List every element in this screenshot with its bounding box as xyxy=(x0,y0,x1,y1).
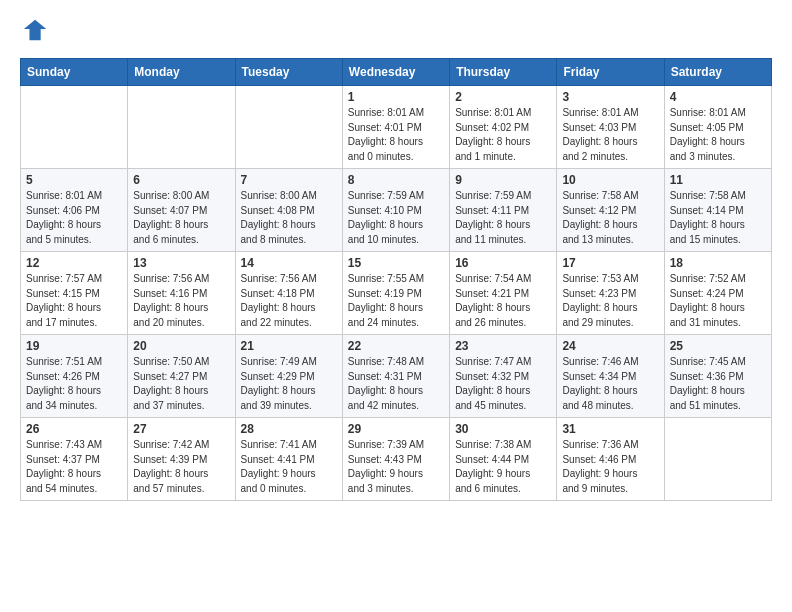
day-number: 16 xyxy=(455,256,551,270)
day-number: 15 xyxy=(348,256,444,270)
day-number: 31 xyxy=(562,422,658,436)
svg-marker-0 xyxy=(24,20,46,41)
day-number: 23 xyxy=(455,339,551,353)
day-number: 5 xyxy=(26,173,122,187)
calendar-cell: 26Sunrise: 7:43 AM Sunset: 4:37 PM Dayli… xyxy=(21,418,128,501)
calendar-cell: 30Sunrise: 7:38 AM Sunset: 4:44 PM Dayli… xyxy=(450,418,557,501)
day-info: Sunrise: 7:53 AM Sunset: 4:23 PM Dayligh… xyxy=(562,272,658,330)
calendar-week-row: 5Sunrise: 8:01 AM Sunset: 4:06 PM Daylig… xyxy=(21,169,772,252)
day-info: Sunrise: 7:51 AM Sunset: 4:26 PM Dayligh… xyxy=(26,355,122,413)
calendar-cell: 31Sunrise: 7:36 AM Sunset: 4:46 PM Dayli… xyxy=(557,418,664,501)
day-info: Sunrise: 7:43 AM Sunset: 4:37 PM Dayligh… xyxy=(26,438,122,496)
weekday-header: Sunday xyxy=(21,59,128,86)
calendar-cell xyxy=(664,418,771,501)
calendar-cell: 23Sunrise: 7:47 AM Sunset: 4:32 PM Dayli… xyxy=(450,335,557,418)
day-number: 30 xyxy=(455,422,551,436)
day-info: Sunrise: 8:01 AM Sunset: 4:01 PM Dayligh… xyxy=(348,106,444,164)
day-number: 12 xyxy=(26,256,122,270)
weekday-header: Wednesday xyxy=(342,59,449,86)
day-info: Sunrise: 7:39 AM Sunset: 4:43 PM Dayligh… xyxy=(348,438,444,496)
calendar-cell: 14Sunrise: 7:56 AM Sunset: 4:18 PM Dayli… xyxy=(235,252,342,335)
day-number: 3 xyxy=(562,90,658,104)
calendar-cell: 8Sunrise: 7:59 AM Sunset: 4:10 PM Daylig… xyxy=(342,169,449,252)
calendar-cell: 19Sunrise: 7:51 AM Sunset: 4:26 PM Dayli… xyxy=(21,335,128,418)
day-number: 7 xyxy=(241,173,337,187)
calendar-cell: 22Sunrise: 7:48 AM Sunset: 4:31 PM Dayli… xyxy=(342,335,449,418)
calendar-cell: 5Sunrise: 8:01 AM Sunset: 4:06 PM Daylig… xyxy=(21,169,128,252)
day-info: Sunrise: 8:01 AM Sunset: 4:05 PM Dayligh… xyxy=(670,106,766,164)
day-number: 19 xyxy=(26,339,122,353)
day-number: 14 xyxy=(241,256,337,270)
calendar-cell: 17Sunrise: 7:53 AM Sunset: 4:23 PM Dayli… xyxy=(557,252,664,335)
day-info: Sunrise: 8:00 AM Sunset: 4:08 PM Dayligh… xyxy=(241,189,337,247)
calendar-cell: 6Sunrise: 8:00 AM Sunset: 4:07 PM Daylig… xyxy=(128,169,235,252)
day-info: Sunrise: 7:50 AM Sunset: 4:27 PM Dayligh… xyxy=(133,355,229,413)
calendar-cell: 18Sunrise: 7:52 AM Sunset: 4:24 PM Dayli… xyxy=(664,252,771,335)
day-number: 27 xyxy=(133,422,229,436)
calendar-cell: 1Sunrise: 8:01 AM Sunset: 4:01 PM Daylig… xyxy=(342,86,449,169)
day-info: Sunrise: 7:59 AM Sunset: 4:10 PM Dayligh… xyxy=(348,189,444,247)
day-number: 10 xyxy=(562,173,658,187)
day-number: 25 xyxy=(670,339,766,353)
calendar-week-row: 19Sunrise: 7:51 AM Sunset: 4:26 PM Dayli… xyxy=(21,335,772,418)
calendar-cell: 10Sunrise: 7:58 AM Sunset: 4:12 PM Dayli… xyxy=(557,169,664,252)
calendar-table: SundayMondayTuesdayWednesdayThursdayFrid… xyxy=(20,58,772,501)
calendar-cell xyxy=(21,86,128,169)
day-number: 29 xyxy=(348,422,444,436)
day-info: Sunrise: 7:57 AM Sunset: 4:15 PM Dayligh… xyxy=(26,272,122,330)
day-info: Sunrise: 7:56 AM Sunset: 4:16 PM Dayligh… xyxy=(133,272,229,330)
day-info: Sunrise: 7:41 AM Sunset: 4:41 PM Dayligh… xyxy=(241,438,337,496)
weekday-header: Friday xyxy=(557,59,664,86)
calendar-cell: 16Sunrise: 7:54 AM Sunset: 4:21 PM Dayli… xyxy=(450,252,557,335)
calendar-cell xyxy=(235,86,342,169)
day-number: 6 xyxy=(133,173,229,187)
calendar-cell: 9Sunrise: 7:59 AM Sunset: 4:11 PM Daylig… xyxy=(450,169,557,252)
day-number: 18 xyxy=(670,256,766,270)
day-info: Sunrise: 7:38 AM Sunset: 4:44 PM Dayligh… xyxy=(455,438,551,496)
calendar-cell: 15Sunrise: 7:55 AM Sunset: 4:19 PM Dayli… xyxy=(342,252,449,335)
day-info: Sunrise: 7:55 AM Sunset: 4:19 PM Dayligh… xyxy=(348,272,444,330)
day-info: Sunrise: 7:52 AM Sunset: 4:24 PM Dayligh… xyxy=(670,272,766,330)
calendar-week-row: 1Sunrise: 8:01 AM Sunset: 4:01 PM Daylig… xyxy=(21,86,772,169)
day-number: 28 xyxy=(241,422,337,436)
logo-icon xyxy=(22,16,50,44)
day-info: Sunrise: 7:58 AM Sunset: 4:12 PM Dayligh… xyxy=(562,189,658,247)
calendar-cell xyxy=(128,86,235,169)
day-number: 21 xyxy=(241,339,337,353)
day-info: Sunrise: 8:01 AM Sunset: 4:03 PM Dayligh… xyxy=(562,106,658,164)
day-info: Sunrise: 7:46 AM Sunset: 4:34 PM Dayligh… xyxy=(562,355,658,413)
day-info: Sunrise: 7:56 AM Sunset: 4:18 PM Dayligh… xyxy=(241,272,337,330)
day-number: 11 xyxy=(670,173,766,187)
calendar-cell: 12Sunrise: 7:57 AM Sunset: 4:15 PM Dayli… xyxy=(21,252,128,335)
calendar-cell: 28Sunrise: 7:41 AM Sunset: 4:41 PM Dayli… xyxy=(235,418,342,501)
calendar-week-row: 12Sunrise: 7:57 AM Sunset: 4:15 PM Dayli… xyxy=(21,252,772,335)
day-number: 13 xyxy=(133,256,229,270)
calendar-cell: 29Sunrise: 7:39 AM Sunset: 4:43 PM Dayli… xyxy=(342,418,449,501)
calendar-cell: 4Sunrise: 8:01 AM Sunset: 4:05 PM Daylig… xyxy=(664,86,771,169)
day-info: Sunrise: 7:59 AM Sunset: 4:11 PM Dayligh… xyxy=(455,189,551,247)
weekday-header-row: SundayMondayTuesdayWednesdayThursdayFrid… xyxy=(21,59,772,86)
weekday-header: Monday xyxy=(128,59,235,86)
day-number: 8 xyxy=(348,173,444,187)
day-info: Sunrise: 7:54 AM Sunset: 4:21 PM Dayligh… xyxy=(455,272,551,330)
day-info: Sunrise: 7:48 AM Sunset: 4:31 PM Dayligh… xyxy=(348,355,444,413)
day-number: 9 xyxy=(455,173,551,187)
day-info: Sunrise: 8:01 AM Sunset: 4:06 PM Dayligh… xyxy=(26,189,122,247)
day-number: 24 xyxy=(562,339,658,353)
day-info: Sunrise: 8:01 AM Sunset: 4:02 PM Dayligh… xyxy=(455,106,551,164)
calendar-cell: 13Sunrise: 7:56 AM Sunset: 4:16 PM Dayli… xyxy=(128,252,235,335)
day-info: Sunrise: 7:45 AM Sunset: 4:36 PM Dayligh… xyxy=(670,355,766,413)
calendar-cell: 27Sunrise: 7:42 AM Sunset: 4:39 PM Dayli… xyxy=(128,418,235,501)
calendar-cell: 3Sunrise: 8:01 AM Sunset: 4:03 PM Daylig… xyxy=(557,86,664,169)
day-number: 20 xyxy=(133,339,229,353)
day-number: 2 xyxy=(455,90,551,104)
day-info: Sunrise: 7:47 AM Sunset: 4:32 PM Dayligh… xyxy=(455,355,551,413)
weekday-header: Tuesday xyxy=(235,59,342,86)
day-number: 22 xyxy=(348,339,444,353)
calendar-cell: 2Sunrise: 8:01 AM Sunset: 4:02 PM Daylig… xyxy=(450,86,557,169)
calendar-cell: 21Sunrise: 7:49 AM Sunset: 4:29 PM Dayli… xyxy=(235,335,342,418)
weekday-header: Thursday xyxy=(450,59,557,86)
calendar-cell: 24Sunrise: 7:46 AM Sunset: 4:34 PM Dayli… xyxy=(557,335,664,418)
day-number: 1 xyxy=(348,90,444,104)
calendar-cell: 25Sunrise: 7:45 AM Sunset: 4:36 PM Dayli… xyxy=(664,335,771,418)
